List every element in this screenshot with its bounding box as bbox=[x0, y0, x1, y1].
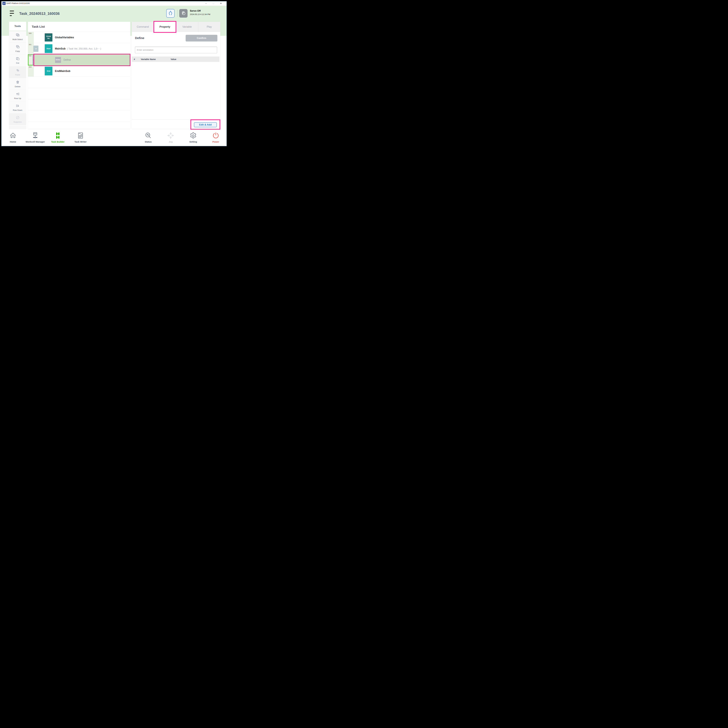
tool-button[interactable]: Delete bbox=[9, 78, 26, 90]
tab-label: Variable bbox=[182, 25, 192, 28]
command-badge: Start bbox=[45, 44, 52, 53]
command-label: EndMainSub bbox=[55, 70, 70, 73]
panel-tab[interactable]: Variable bbox=[176, 22, 198, 32]
status-icon bbox=[136, 131, 161, 139]
nav-item[interactable]: Home bbox=[1, 131, 25, 143]
tab-label: Property bbox=[159, 25, 170, 28]
status-timestamp: 2024.05.13 4:12:34 PM bbox=[190, 13, 210, 15]
tab-label: Play bbox=[207, 25, 212, 28]
tool-button[interactable]: Multi-Select bbox=[9, 31, 26, 43]
empty-row-separator bbox=[28, 88, 130, 88]
setting-icon bbox=[181, 131, 206, 139]
titlebar: D DART-Platform GV02110200 – □ ✕ bbox=[2, 1, 226, 6]
close-button[interactable]: ✕ bbox=[219, 2, 222, 5]
task-list-panel: Task List 000 Global Var. GlobalVariable… bbox=[28, 22, 130, 129]
task-builder-icon bbox=[46, 131, 70, 139]
panel-tab[interactable]: Command bbox=[132, 22, 154, 32]
edit-add-button[interactable]: Edit & Add bbox=[194, 122, 217, 127]
app-window: D DART-Platform GV02110200 – □ ✕ Task_20… bbox=[1, 1, 227, 146]
command-label: MainSub bbox=[55, 47, 66, 50]
tool-button[interactable]: Copy bbox=[9, 43, 26, 54]
panel-tab[interactable]: Property bbox=[154, 22, 176, 32]
workcell-manager-icon bbox=[23, 131, 47, 139]
maximize-button[interactable]: □ bbox=[212, 2, 215, 5]
task-row[interactable]: 000 Global Var. GlobalVariables bbox=[28, 32, 130, 43]
command-badge: End bbox=[45, 67, 52, 75]
nav-label: Home bbox=[1, 141, 25, 143]
copy-icon bbox=[16, 45, 20, 49]
tool-label: Copy bbox=[15, 50, 20, 52]
gripper-button[interactable] bbox=[166, 9, 174, 18]
nav-item[interactable]: Jog bbox=[158, 131, 183, 143]
empty-row-separator bbox=[28, 99, 130, 99]
row-number: 003 bbox=[28, 66, 34, 76]
tool-button[interactable]: Row Down bbox=[9, 102, 26, 113]
confirm-button[interactable]: Confirm bbox=[186, 35, 217, 41]
tool-button[interactable]: Paste bbox=[9, 66, 26, 78]
command-badge: Define bbox=[55, 57, 61, 63]
column-variable-name: Variable Name bbox=[141, 58, 171, 60]
nav-label: Task Builder bbox=[46, 141, 70, 143]
nav-item[interactable]: Task Builder bbox=[46, 131, 70, 143]
panel-tabs: Command Property Variable Play bbox=[132, 22, 220, 32]
command-parameters: ( Task Vel. 250.000, Acc. 1,0⋯ ) bbox=[67, 47, 101, 50]
servo-status: Servo Off bbox=[190, 9, 200, 12]
command-label: GlobalVariables bbox=[55, 36, 74, 39]
tool-label: Row Down bbox=[13, 109, 22, 111]
nav-item[interactable]: Setting bbox=[181, 131, 206, 143]
nav-item[interactable]: Power bbox=[203, 131, 228, 143]
multi-select-icon bbox=[16, 33, 20, 38]
nav-label: Task Writer bbox=[68, 141, 93, 143]
row-number: 000 bbox=[28, 32, 34, 43]
tool-button[interactable]: Row Up bbox=[9, 90, 26, 101]
row-content: Start MainSub ( Task Vel. 250.000, Acc. … bbox=[34, 43, 130, 54]
property-section-title: Define bbox=[135, 36, 144, 40]
cut-icon bbox=[16, 57, 20, 61]
task-writer-icon bbox=[68, 131, 93, 139]
tool-label: Multi-Select bbox=[12, 38, 23, 40]
tool-label: Delete bbox=[15, 86, 20, 88]
column-value: Value bbox=[171, 58, 176, 60]
nav-label: Workcell Manager bbox=[23, 141, 47, 143]
task-row[interactable]: 003 End EndMainSub bbox=[28, 66, 130, 77]
suppress-icon bbox=[16, 116, 20, 120]
command-badge: Global Var. bbox=[45, 33, 52, 41]
properties-panel: Command Property Variable Play Define Co… bbox=[132, 22, 220, 129]
annotation-input[interactable] bbox=[135, 47, 217, 53]
tools-panel: Tools Multi-Select Copy Cut Paste Delete bbox=[9, 22, 26, 129]
minimize-button[interactable]: – bbox=[205, 2, 208, 5]
row-content: Define Define bbox=[34, 54, 130, 65]
tool-label: Paste bbox=[15, 74, 20, 76]
task-list-title: Task List bbox=[32, 25, 45, 28]
hand-guide-button[interactable] bbox=[179, 9, 188, 18]
task-row[interactable]: 002 Define Define bbox=[28, 54, 130, 66]
nav-label: Setting bbox=[181, 141, 206, 143]
nav-item[interactable]: Status bbox=[136, 131, 161, 143]
divider bbox=[132, 119, 220, 120]
gripper-icon bbox=[167, 10, 174, 17]
delete-icon bbox=[16, 80, 20, 85]
app-logo-icon: D bbox=[3, 2, 6, 5]
tab-label: Command bbox=[137, 25, 149, 28]
tools-title: Tools bbox=[9, 22, 26, 31]
tools-list: Multi-Select Copy Cut Paste Delete Row U… bbox=[9, 31, 26, 125]
tool-label: Cut bbox=[16, 62, 19, 64]
nav-item[interactable]: Workcell Manager bbox=[23, 131, 47, 143]
row-number: 001 bbox=[28, 43, 34, 54]
panel-tab[interactable]: Play bbox=[198, 22, 220, 32]
nav-label: Jog bbox=[158, 141, 183, 143]
tools-list-clipped-item bbox=[9, 125, 26, 129]
tool-button[interactable]: Suppress bbox=[9, 113, 26, 125]
task-row[interactable]: 001 Start MainSub ( Task Vel. 250.000, A… bbox=[28, 43, 130, 54]
menu-icon[interactable] bbox=[10, 11, 14, 17]
tool-button[interactable]: Cut bbox=[9, 55, 26, 66]
row-content: End EndMainSub bbox=[34, 66, 130, 76]
bottom-navigation: Home Workcell Manager Task Builder Task … bbox=[2, 130, 226, 146]
jog-icon bbox=[158, 131, 183, 139]
nav-item[interactable]: Task Writer bbox=[68, 131, 93, 143]
paste-icon bbox=[16, 69, 20, 73]
power-icon bbox=[203, 131, 228, 139]
window-title: DART-Platform GV02110200 bbox=[6, 2, 30, 5]
page-title: Task_20240513_160036 bbox=[19, 12, 60, 16]
nav-label: Power bbox=[203, 141, 228, 143]
